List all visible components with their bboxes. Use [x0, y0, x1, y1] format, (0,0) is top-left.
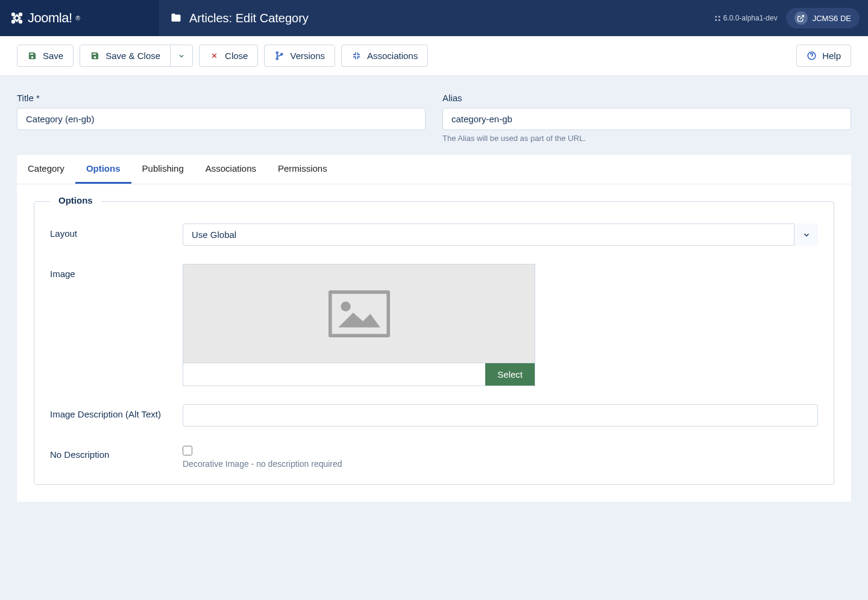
svg-point-3: [19, 20, 22, 23]
layout-label: Layout: [50, 223, 183, 246]
layout-select[interactable]: Use Global: [183, 223, 818, 246]
tabs: Category Options Publishing Associations…: [17, 155, 851, 184]
image-path-input[interactable]: [183, 363, 485, 386]
svg-marker-18: [338, 312, 380, 327]
tab-category[interactable]: Category: [17, 155, 75, 184]
image-placeholder: [183, 264, 535, 363]
save-close-group: Save & Close: [80, 45, 193, 67]
save-close-button[interactable]: Save & Close: [80, 45, 171, 67]
svg-point-11: [276, 52, 278, 54]
versions-button[interactable]: Versions: [264, 45, 335, 67]
alt-text-label: Image Description (Alt Text): [50, 404, 183, 427]
title-label: Title *: [17, 93, 426, 103]
top-header: Joomla!® Articles: Edit Category 6.0.0-a…: [0, 0, 868, 36]
version-tag: 6.0.0-alpha1-dev: [714, 14, 778, 22]
folder-icon: [170, 12, 182, 24]
toolbar: Save Save & Close Close Versions Associa…: [0, 36, 868, 76]
alias-input[interactable]: [442, 108, 851, 130]
image-select-button[interactable]: Select: [485, 363, 535, 386]
close-icon: [210, 52, 218, 60]
save-icon: [28, 51, 37, 60]
nodesc-hint: Decorative Image - no description requir…: [183, 459, 818, 469]
alias-label: Alias: [442, 93, 851, 103]
alias-hint: The Alias will be used as part of the UR…: [442, 134, 851, 143]
svg-point-5: [719, 16, 720, 17]
fieldset-legend: Options: [50, 195, 101, 205]
options-fieldset: Options Layout Use Global: [34, 201, 834, 485]
branch-icon: [275, 51, 284, 60]
title-input[interactable]: [17, 108, 426, 130]
image-label: Image: [50, 264, 183, 386]
tab-publishing[interactable]: Publishing: [131, 155, 195, 184]
svg-point-6: [715, 19, 717, 20]
content-area: Title * Alias The Alias will be used as …: [0, 76, 868, 519]
page-title-area: Articles: Edit Category: [159, 11, 714, 25]
svg-point-12: [276, 58, 278, 60]
site-chip[interactable]: JCMS6 DE: [786, 8, 860, 28]
page-title: Articles: Edit Category: [189, 11, 309, 25]
tab-options[interactable]: Options: [75, 155, 131, 184]
associations-button[interactable]: Associations: [341, 45, 428, 67]
svg-point-17: [341, 301, 350, 311]
save-icon: [90, 51, 99, 60]
svg-line-8: [800, 15, 804, 19]
tab-panel: Category Options Publishing Associations…: [17, 155, 851, 502]
tab-permissions[interactable]: Permissions: [267, 155, 338, 184]
help-icon: [807, 51, 816, 60]
chevron-down-icon: [178, 52, 185, 60]
alt-text-input[interactable]: [183, 404, 818, 427]
save-button[interactable]: Save: [17, 45, 74, 67]
nodesc-label: No Description: [50, 445, 183, 469]
external-link-icon: [797, 14, 805, 22]
image-placeholder-icon: [329, 290, 390, 337]
tab-associations[interactable]: Associations: [195, 155, 267, 184]
svg-point-7: [719, 19, 720, 20]
close-button[interactable]: Close: [199, 45, 258, 67]
svg-point-0: [11, 13, 15, 16]
joomla-icon: [10, 11, 24, 25]
nodesc-checkbox[interactable]: [183, 446, 192, 455]
svg-rect-16: [330, 292, 389, 336]
svg-point-2: [11, 20, 15, 23]
save-close-dropdown[interactable]: [170, 45, 193, 67]
svg-point-4: [715, 16, 717, 17]
contract-icon: [352, 51, 361, 60]
brand-logo: Joomla!®: [10, 10, 80, 26]
help-button[interactable]: Help: [796, 45, 851, 67]
brand-block: Joomla!®: [0, 0, 159, 36]
joomla-small-icon: [714, 15, 721, 22]
svg-point-1: [19, 13, 22, 16]
image-picker: Select: [183, 264, 535, 386]
